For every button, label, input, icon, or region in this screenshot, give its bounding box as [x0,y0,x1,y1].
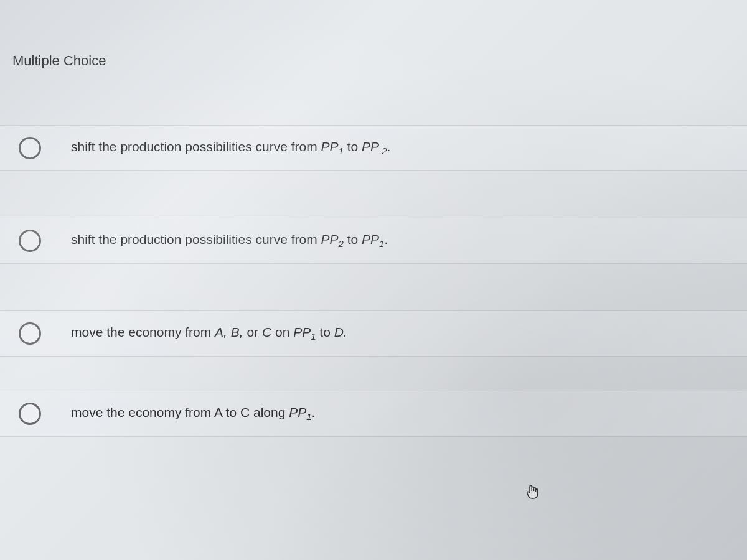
radio-icon[interactable] [19,230,41,252]
question-type-label: Multiple Choice [12,53,106,68]
option-1-text: shift the production possibilities curve… [71,139,390,156]
question-type-header: Multiple Choice [0,0,747,69]
option-1[interactable]: shift the production possibilities curve… [0,125,747,171]
option-2[interactable]: shift the production possibilities curve… [0,218,747,264]
options-list: shift the production possibilities curve… [0,125,747,437]
option-3-text: move the economy from A, B, or C on PP1 … [71,325,347,342]
radio-icon[interactable] [19,137,41,159]
option-4[interactable]: move the economy from A to C along PP1. [0,391,747,437]
option-4-text: move the economy from A to C along PP1. [71,405,315,422]
radio-icon[interactable] [19,403,41,425]
option-2-text: shift the production possibilities curve… [71,232,388,249]
hand-cursor-icon [525,483,540,501]
radio-icon[interactable] [19,322,41,345]
option-3[interactable]: move the economy from A, B, or C on PP1 … [0,310,747,357]
